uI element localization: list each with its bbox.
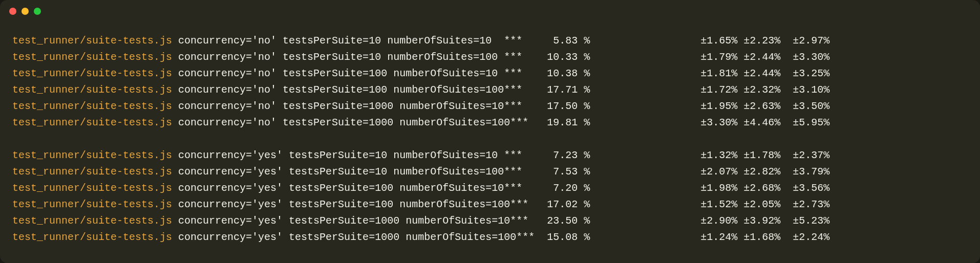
script-path: test_runner/suite-tests.js bbox=[12, 182, 172, 194]
benchmark-values: concurrency='no' testsPerSuite=10 number… bbox=[172, 51, 829, 63]
benchmark-row: test_runner/suite-tests.js concurrency='… bbox=[12, 82, 968, 98]
script-path: test_runner/suite-tests.js bbox=[12, 84, 172, 96]
benchmark-values: concurrency='no' testsPerSuite=10 number… bbox=[172, 35, 829, 47]
benchmark-row: test_runner/suite-tests.js concurrency='… bbox=[12, 98, 968, 115]
benchmark-values: concurrency='no' testsPerSuite=100 numbe… bbox=[172, 84, 829, 96]
script-path: test_runner/suite-tests.js bbox=[12, 68, 172, 79]
benchmark-row: test_runner/suite-tests.js concurrency='… bbox=[12, 147, 968, 164]
script-path: test_runner/suite-tests.js bbox=[12, 100, 172, 112]
benchmark-values: concurrency='yes' testsPerSuite=10 numbe… bbox=[172, 166, 829, 178]
benchmark-row: test_runner/suite-tests.js concurrency='… bbox=[12, 65, 968, 82]
titlebar bbox=[0, 0, 980, 23]
terminal-window: test_runner/suite-tests.js concurrency='… bbox=[0, 0, 980, 263]
script-path: test_runner/suite-tests.js bbox=[12, 215, 172, 227]
benchmark-row: test_runner/suite-tests.js concurrency='… bbox=[12, 115, 968, 131]
benchmark-row: test_runner/suite-tests.js concurrency='… bbox=[12, 213, 968, 229]
benchmark-values: concurrency='no' testsPerSuite=1000 numb… bbox=[172, 117, 829, 128]
benchmark-row: test_runner/suite-tests.js concurrency='… bbox=[12, 180, 968, 196]
script-path: test_runner/suite-tests.js bbox=[12, 199, 172, 210]
script-path: test_runner/suite-tests.js bbox=[12, 149, 172, 161]
script-path: test_runner/suite-tests.js bbox=[12, 166, 172, 178]
benchmark-values: concurrency='yes' testsPerSuite=1000 num… bbox=[172, 215, 829, 227]
minimize-icon[interactable] bbox=[22, 8, 29, 15]
script-path: test_runner/suite-tests.js bbox=[12, 117, 172, 128]
script-path: test_runner/suite-tests.js bbox=[12, 51, 172, 63]
close-icon[interactable] bbox=[9, 8, 16, 15]
benchmark-row: test_runner/suite-tests.js concurrency='… bbox=[12, 33, 968, 49]
benchmark-values: concurrency='no' testsPerSuite=100 numbe… bbox=[172, 68, 829, 79]
zoom-icon[interactable] bbox=[34, 8, 41, 15]
script-path: test_runner/suite-tests.js bbox=[12, 35, 172, 47]
terminal-output: test_runner/suite-tests.js concurrency='… bbox=[0, 23, 980, 261]
benchmark-row: test_runner/suite-tests.js concurrency='… bbox=[12, 164, 968, 180]
benchmark-values: concurrency='yes' testsPerSuite=100 numb… bbox=[172, 182, 829, 194]
benchmark-values: concurrency='yes' testsPerSuite=100 numb… bbox=[172, 199, 829, 210]
benchmark-row: test_runner/suite-tests.js concurrency='… bbox=[12, 196, 968, 213]
script-path: test_runner/suite-tests.js bbox=[12, 231, 172, 243]
benchmark-values: concurrency='yes' testsPerSuite=10 numbe… bbox=[172, 149, 829, 161]
benchmark-values: concurrency='no' testsPerSuite=1000 numb… bbox=[172, 100, 829, 112]
benchmark-row: test_runner/suite-tests.js concurrency='… bbox=[12, 49, 968, 65]
benchmark-row: test_runner/suite-tests.js concurrency='… bbox=[12, 229, 968, 246]
benchmark-values: concurrency='yes' testsPerSuite=1000 num… bbox=[172, 231, 829, 243]
blank-line bbox=[12, 131, 968, 147]
